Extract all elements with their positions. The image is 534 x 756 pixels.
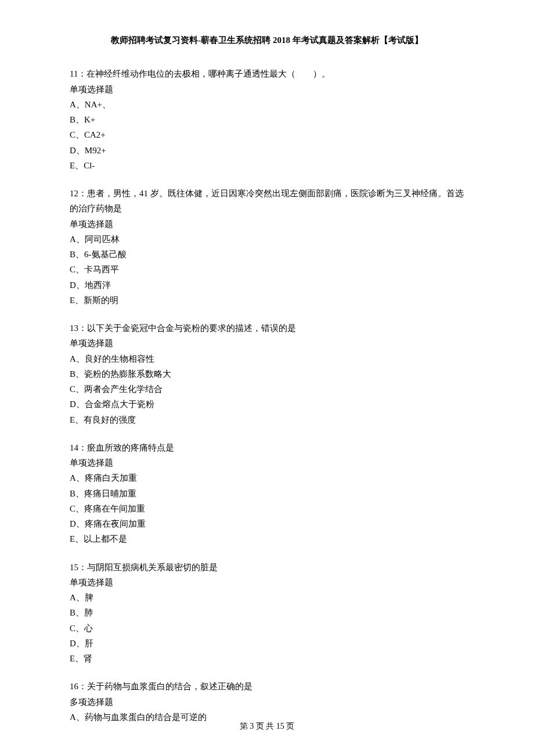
option: E、肾 [70, 651, 464, 666]
question-11: 11：在神经纤维动作电位的去极相，哪种离子通透性最大（ ）。 单项选择题 A、N… [70, 66, 464, 173]
option: B、疼痛日晡加重 [70, 486, 464, 501]
option: A、阿司匹林 [70, 232, 464, 247]
page-header: 教师招聘考试复习资料-蕲春卫生系统招聘 2018 年考试真题及答案解析【考试版】 [70, 33, 464, 48]
option: C、两者会产生化学结合 [70, 381, 464, 397]
option: B、肺 [70, 605, 464, 620]
option: E、有良好的强度 [70, 412, 464, 427]
option: D、疼痛在夜间加重 [70, 516, 464, 531]
question-type: 多项选择题 [70, 694, 464, 710]
option: E、Cl- [70, 158, 464, 173]
question-14: 14：瘀血所致的疼痛特点是 单项选择题 A、疼痛白天加重 B、疼痛日晡加重 C、… [70, 440, 464, 547]
option: E、新斯的明 [70, 293, 464, 308]
option: C、疼痛在午间加重 [70, 501, 464, 516]
option: C、心 [70, 621, 464, 636]
question-stem: 12：患者，男性，41 岁。既往体健，近日因寒冷突然出现左侧面部剧痛，医院诊断为… [70, 186, 464, 217]
question-stem: 13：以下关于金瓷冠中合金与瓷粉的要求的描述，错误的是 [70, 321, 464, 336]
question-stem: 14：瘀血所致的疼痛特点是 [70, 440, 464, 455]
question-13: 13：以下关于金瓷冠中合金与瓷粉的要求的描述，错误的是 单项选择题 A、良好的生… [70, 321, 464, 427]
option: A、良好的生物相容性 [70, 351, 464, 366]
option: A、疼痛白天加重 [70, 470, 464, 485]
question-type: 单项选择题 [70, 82, 464, 97]
question-stem: 16：关于药物与血浆蛋白的结合，叙述正确的是 [70, 679, 464, 694]
question-12: 12：患者，男性，41 岁。既往体健，近日因寒冷突然出现左侧面部剧痛，医院诊断为… [70, 186, 464, 308]
option: C、卡马西平 [70, 262, 464, 277]
question-type: 单项选择题 [70, 575, 464, 590]
option: D、M92+ [70, 143, 464, 158]
question-15: 15：与阴阳互损病机关系最密切的脏是 单项选择题 A、脾 B、肺 C、心 D、肝… [70, 560, 464, 667]
page-footer: 第 3 页 共 15 页 [0, 721, 534, 732]
option: D、地西泮 [70, 278, 464, 293]
option: B、K+ [70, 112, 464, 127]
option: C、CA2+ [70, 127, 464, 142]
option: D、合金熔点大于瓷粉 [70, 397, 464, 412]
option: D、肝 [70, 636, 464, 651]
option: B、6-氨基己酸 [70, 247, 464, 262]
question-type: 单项选择题 [70, 336, 464, 351]
option: A、脾 [70, 590, 464, 605]
option: A、NA+、 [70, 97, 464, 112]
question-type: 单项选择题 [70, 455, 464, 470]
question-stem: 11：在神经纤维动作电位的去极相，哪种离子通透性最大（ ）。 [70, 66, 464, 81]
question-16: 16：关于药物与血浆蛋白的结合，叙述正确的是 多项选择题 A、药物与血浆蛋白的结… [70, 679, 464, 725]
option: E、以上都不是 [70, 531, 464, 546]
question-stem: 15：与阴阳互损病机关系最密切的脏是 [70, 560, 464, 575]
question-type: 单项选择题 [70, 217, 464, 232]
option: B、瓷粉的热膨胀系数略大 [70, 366, 464, 381]
page-content: 教师招聘考试复习资料-蕲春卫生系统招聘 2018 年考试真题及答案解析【考试版】… [0, 0, 534, 756]
